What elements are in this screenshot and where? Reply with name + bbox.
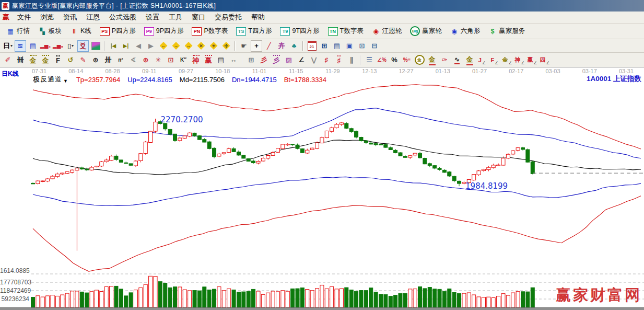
tool-f-grid-button[interactable]: F [52, 54, 64, 66]
chevron-down-icon[interactable]: ▼ [63, 78, 68, 84]
tool-shen-angle-button[interactable]: 神∠ [514, 54, 525, 66]
tool-volume-compare-button[interactable]: ☰ [364, 54, 375, 66]
toolbar-9p-square-button[interactable]: P99P四方形 [140, 25, 188, 37]
tool-gann-leftright-button[interactable]: ↔ [183, 40, 194, 52]
menu-trade-entrust[interactable]: 交易委托 [210, 12, 247, 23]
tool-ying-grid-button[interactable]: 赢 [203, 54, 214, 66]
tool-next-bar-button[interactable]: ▶ [145, 40, 157, 52]
menu-tools[interactable]: 工具 [164, 12, 187, 23]
tool-pencil-tool-button[interactable]: ✐ [2, 54, 14, 66]
price-chart-canvas[interactable]: 2270.27001984.8199 [0, 67, 644, 310]
tool-crosshair-tool-button[interactable]: + [251, 40, 262, 52]
toolbar-sector-button[interactable]: ▚板块 [34, 25, 66, 37]
tool-gann-draw-button[interactable]: 卉 [276, 40, 287, 52]
tool-first-page-button[interactable]: |◀ [108, 40, 119, 52]
tool-gold-grid-a-button[interactable]: 金 [27, 54, 39, 66]
toolbar-t-square-button[interactable]: TST四方形 [232, 25, 276, 37]
tool-jifan-channel-button[interactable]: 爻 [77, 40, 89, 52]
tool-si-angle-button[interactable]: 四∠ [539, 54, 551, 66]
tool-ying-angle-button[interactable]: 赢∠ [526, 54, 538, 66]
tool-gann-left-button[interactable]: ← [158, 40, 169, 52]
bottom-strip[interactable] [0, 307, 644, 310]
menu-gann[interactable]: 江恩 [81, 12, 104, 23]
tool-pattern-view-button[interactable]: ≋ [15, 40, 26, 52]
tool-gold-grid-b-button[interactable]: 金 [40, 54, 51, 66]
tool-gold-underline-button[interactable]: 金 [464, 54, 475, 66]
tool-target-star-button[interactable]: ✳ [153, 54, 164, 66]
toolbar-hexagon-button[interactable]: ◉六角形 [446, 25, 485, 37]
tool-print-pc-button[interactable]: ⊟ [369, 40, 380, 52]
tool-percent-angle-button[interactable]: ∠% [376, 54, 388, 66]
menu-settings[interactable]: 设置 [141, 12, 164, 23]
tool-network-pc-button[interactable]: ⊡ [356, 40, 368, 52]
tool-red-pencil-button[interactable]: ✎ [77, 54, 89, 66]
tool-candle-style-button[interactable]: ▯▾ [65, 40, 76, 52]
toolbar-9t-square-button[interactable]: T99T四方形 [276, 25, 323, 37]
tool-brush-button[interactable]: ✑ [439, 54, 450, 66]
tool-width-measure-button[interactable]: ↔ [228, 54, 239, 66]
tool-red-grid-button[interactable]: ♯ [321, 54, 332, 66]
toolbar-quote-button[interactable]: ▦行情 [2, 25, 34, 37]
tool-smart-analysis-button[interactable]: ♣ [288, 40, 300, 52]
tool-fan-square-button[interactable]: ▨ [283, 54, 295, 66]
tool-gold-angle-button[interactable]: 金∠ [501, 54, 513, 66]
toolbar-p-square-button[interactable]: PSP四方形 [96, 25, 140, 37]
tool-percent-lines-button[interactable]: %≡ [401, 54, 413, 66]
menu-window[interactable]: 窗口 [187, 12, 210, 23]
menu-news[interactable]: 资讯 [58, 12, 81, 23]
tool-calendar-button[interactable]: 21 [306, 40, 318, 52]
menu-help[interactable]: 帮助 [247, 12, 270, 23]
tool-grid-ruler-button[interactable]: 卅 [102, 54, 114, 66]
tool-wave-button[interactable]: ∿ [451, 54, 463, 66]
tool-gann-right-button[interactable]: → [170, 40, 182, 52]
tool-n-square-button[interactable]: n² [115, 54, 126, 66]
tool-memo-button[interactable]: ▤ [331, 40, 343, 52]
child-window-icon[interactable]: 赢 [0, 13, 13, 22]
tool-bars-9-button[interactable]: ▂▅₉ [52, 40, 64, 52]
toolbar-p-number-table-button[interactable]: PNP数字表 [188, 25, 232, 37]
tool-color-volume-button[interactable] [90, 40, 101, 52]
tool-last-page-button[interactable]: ▶| [120, 40, 132, 52]
tool-line-tool-button[interactable]: ╱ [263, 40, 275, 52]
toolbar-winner-service-button[interactable]: $赢家服务 [484, 25, 529, 37]
tool-gann-move-button[interactable]: ✢ [220, 40, 232, 52]
tool-target-grid-button[interactable]: ⊡ [165, 54, 177, 66]
tool-period-day-button[interactable]: 日▾ [2, 40, 14, 52]
tool-target-cross-button[interactable]: ⊕ [140, 54, 151, 66]
tool-circle-ruler-button[interactable]: ⊕ [90, 54, 101, 66]
tool-f-angle-button[interactable]: F∠ [489, 54, 500, 66]
tool-gold-circle-button[interactable]: 金 [414, 54, 425, 66]
tool-fan-box-button[interactable]: 彡 [271, 54, 282, 66]
menu-file[interactable]: 文件 [13, 12, 36, 23]
tool-percent-button[interactable]: % [389, 54, 400, 66]
tool-bars-3-button[interactable]: ▂▅₃ [40, 40, 51, 52]
tool-gann-grid-button[interactable]: 卌 [15, 54, 26, 66]
tool-angle-lines-button[interactable]: ∠ [296, 54, 307, 66]
tool-box-tool-button[interactable]: ⊞ [245, 54, 257, 66]
tool-calculator-button[interactable]: ⊞ [319, 40, 330, 52]
tool-j-angle-button[interactable]: J∠ [476, 54, 488, 66]
chart-area[interactable]: 2270.27001984.8199 07-3108-1408-2809-110… [0, 67, 644, 310]
tool-ruler-scale-button[interactable]: ▤ [215, 54, 227, 66]
tool-gann-star-button[interactable]: ✳ [208, 40, 219, 52]
tool-gold-lines-button[interactable]: 金 [426, 54, 438, 66]
tool-zigzag-button[interactable]: ⋁ [308, 54, 320, 66]
toolbar-winner-wheel-button[interactable]: Big赢家轮 [406, 25, 446, 38]
tool-gann-fan-button[interactable]: 彡 [258, 54, 270, 66]
toolbar-t-number-table-button[interactable]: TNT数字表 [324, 25, 368, 37]
menu-browse[interactable]: 浏览 [36, 12, 58, 23]
title-bar[interactable]: 赢 赢家江恩专业版[赢家内部服务平台] - [上证指数 SH1A0001-167… [0, 0, 644, 12]
toolbar-kline-button[interactable]: ‖K线 [66, 25, 96, 37]
tool-f10-info-button[interactable]: ▤ [27, 40, 39, 52]
menu-formula-stock-pick[interactable]: 公式选股 [104, 12, 141, 23]
tool-hand-tool-button[interactable]: ☛ [238, 40, 250, 52]
tool-k-mark-button[interactable]: K″ [178, 54, 189, 66]
tool-red-grid-arrow-button[interactable]: ♯ [333, 54, 345, 66]
tool-shen-grid-button[interactable]: 神 [190, 54, 202, 66]
tool-prev-bar-button[interactable]: ◀ [133, 40, 144, 52]
tool-parallel-lines-button[interactable]: ∥ [346, 54, 357, 66]
tool-gann-cross-button[interactable]: ✕ [195, 40, 207, 52]
toolbar-gann-wheel-button[interactable]: ◉江恩轮 [368, 25, 406, 37]
tool-spiral-button[interactable]: ↺ [65, 54, 76, 66]
indicator-name[interactable]: 极反通道 [33, 75, 62, 84]
